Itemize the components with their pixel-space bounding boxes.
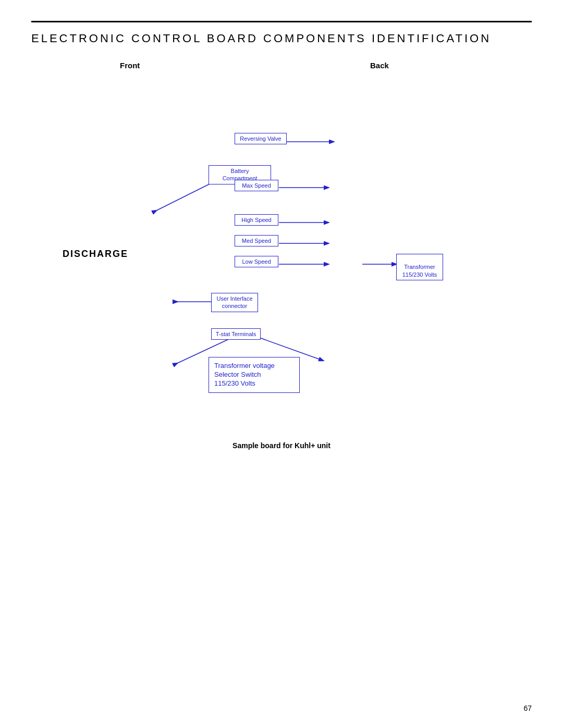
reversing-valve-box: Reversing Valve [235, 133, 287, 144]
top-border [31, 21, 532, 22]
transformer-text: Transformer115/230 Volts [402, 264, 437, 277]
tstat-terminals-box: T-stat Terminals [211, 328, 261, 340]
discharge-label: DISCHARGE [63, 249, 128, 260]
low-speed-box: Low Speed [235, 256, 278, 267]
transformer-switch-box: Transformer voltageSelector Switch115/23… [209, 357, 300, 393]
user-interface-box: User Interfaceconnector [211, 293, 258, 312]
back-label: Back [370, 61, 389, 70]
med-speed-box: Med Speed [235, 235, 278, 246]
transformer-box: Transformer115/230 Volts [396, 254, 443, 280]
transformer-switch-text: Transformer voltageSelector Switch115/23… [214, 362, 275, 387]
page-number: 67 [523, 704, 532, 712]
page-title: ELECTRONIC CONTROL BOARD COMPONENTS IDEN… [31, 32, 532, 45]
max-speed-box: Max Speed [235, 180, 278, 191]
high-speed-box: High Speed [235, 214, 278, 226]
page: ELECTRONIC CONTROL BOARD COMPONENTS IDEN… [0, 0, 563, 728]
diagram-area: Front Back [31, 61, 532, 436]
sample-caption: Sample board for Kuhl+ unit [31, 441, 532, 450]
front-label: Front [120, 61, 140, 70]
user-interface-text: User Interfaceconnector [216, 295, 252, 309]
